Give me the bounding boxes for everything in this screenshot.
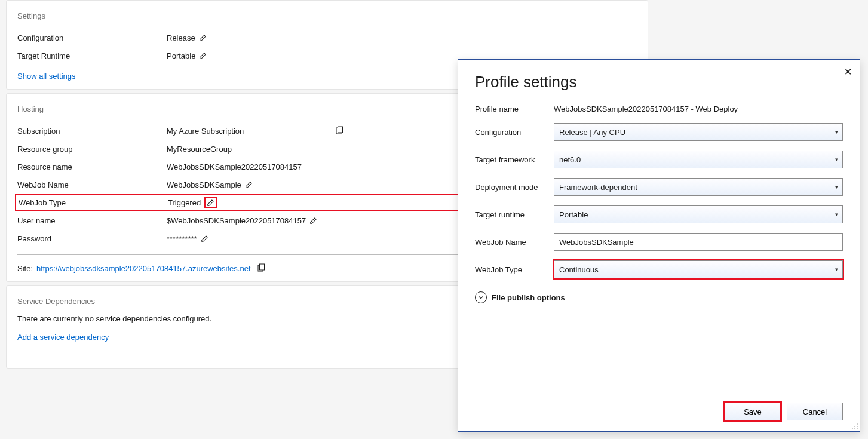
form-row-configuration: Configuration Release | Any CPU ▾ <box>475 123 843 141</box>
label-profile-name: Profile name <box>475 105 554 113</box>
pencil-icon[interactable] <box>309 216 318 225</box>
value-configuration: Release <box>167 34 195 42</box>
pencil-icon[interactable] <box>207 198 215 207</box>
value-target-runtime: Portable <box>167 52 195 60</box>
show-all-settings-link[interactable]: Show all settings <box>17 72 76 81</box>
add-service-dependency-link[interactable]: Add a service dependency <box>17 333 109 342</box>
dialog-footer: Save Cancel <box>475 403 843 420</box>
site-label: Site: <box>17 264 33 273</box>
value-profile-name: WebJobsSDKSample20220517084157 - Web Dep… <box>554 105 738 113</box>
settings-row-configuration: Configuration Release <box>17 29 637 47</box>
label-dlg-webjob-type: WebJob Type <box>475 265 554 274</box>
save-button[interactable]: Save <box>725 403 781 420</box>
copy-icon[interactable] <box>256 263 266 273</box>
pencil-icon[interactable] <box>199 51 207 60</box>
cancel-button[interactable]: Cancel <box>787 403 843 420</box>
form-row-target-runtime: Target runtime Portable ▾ <box>475 205 843 223</box>
value-webjob-name: WebJobsSDKSample <box>167 181 241 189</box>
file-publish-options-row[interactable]: File publish options <box>475 291 843 303</box>
form-row-webjob-name: WebJob Name <box>475 233 843 251</box>
label-dlg-target-runtime: Target runtime <box>475 210 554 219</box>
pencil-icon[interactable] <box>199 33 207 42</box>
form-row-deployment-mode: Deployment mode Framework-dependent ▾ <box>475 178 843 196</box>
value-webjob-type: Triggered <box>168 199 201 207</box>
svg-point-6 <box>857 426 858 427</box>
form-row-webjob-type: WebJob Type Continuous ▾ <box>475 260 843 278</box>
label-resource-name: Resource name <box>17 163 167 171</box>
profile-settings-dialog: ✕ Profile settings Profile name WebJobsS… <box>458 59 860 432</box>
file-publish-options-label: File publish options <box>492 293 565 302</box>
edit-webjob-type-highlight <box>204 197 217 208</box>
pencil-icon[interactable] <box>245 180 253 189</box>
value-resource-group: MyResourceGroup <box>167 145 232 153</box>
settings-title: Settings <box>17 11 637 20</box>
form-row-profile-name: Profile name WebJobsSDKSample20220517084… <box>475 105 843 113</box>
svg-point-5 <box>854 426 855 427</box>
resize-grip-icon[interactable] <box>851 423 858 430</box>
configuration-select[interactable]: Release | Any CPU <box>554 123 843 141</box>
svg-rect-1 <box>338 127 343 133</box>
label-webjob-type: WebJob Type <box>19 199 168 207</box>
deployment-mode-select[interactable]: Framework-dependent <box>554 178 843 196</box>
label-deployment-mode: Deployment mode <box>475 183 554 192</box>
webjob-name-input[interactable] <box>554 233 843 251</box>
label-dlg-configuration: Configuration <box>475 128 554 137</box>
label-subscription: Subscription <box>17 127 167 135</box>
value-subscription: My Azure Subscription <box>167 127 244 135</box>
site-url-link[interactable]: https://webjobssdksample20220517084157.a… <box>36 264 250 273</box>
close-icon[interactable]: ✕ <box>842 66 854 78</box>
webjob-type-select[interactable]: Continuous <box>554 260 843 278</box>
label-dlg-webjob-name: WebJob Name <box>475 238 554 247</box>
copy-icon[interactable] <box>335 126 344 136</box>
pencil-icon[interactable] <box>201 234 209 242</box>
label-webjob-name: WebJob Name <box>17 181 167 189</box>
svg-point-8 <box>854 428 855 429</box>
label-configuration: Configuration <box>17 34 167 42</box>
label-target-runtime: Target Runtime <box>17 52 167 60</box>
value-user-name: $WebJobsSDKSample20220517084157 <box>167 217 306 225</box>
form-row-target-framework: Target framework net6.0 ▾ <box>475 151 843 168</box>
svg-point-4 <box>857 423 858 425</box>
dialog-title: Profile settings <box>475 73 843 91</box>
target-runtime-select[interactable]: Portable <box>554 205 843 223</box>
value-password: ********** <box>167 235 197 242</box>
target-framework-select[interactable]: net6.0 <box>554 151 843 168</box>
label-password: Password <box>17 235 167 242</box>
svg-rect-3 <box>260 264 265 270</box>
label-resource-group: Resource group <box>17 145 167 153</box>
label-user-name: User name <box>17 217 167 225</box>
svg-point-9 <box>857 428 858 429</box>
chevron-down-circle-icon[interactable] <box>475 291 487 303</box>
value-resource-name: WebJobsSDKSample20220517084157 <box>167 163 302 171</box>
svg-point-7 <box>852 428 853 429</box>
label-target-framework: Target framework <box>475 155 554 164</box>
